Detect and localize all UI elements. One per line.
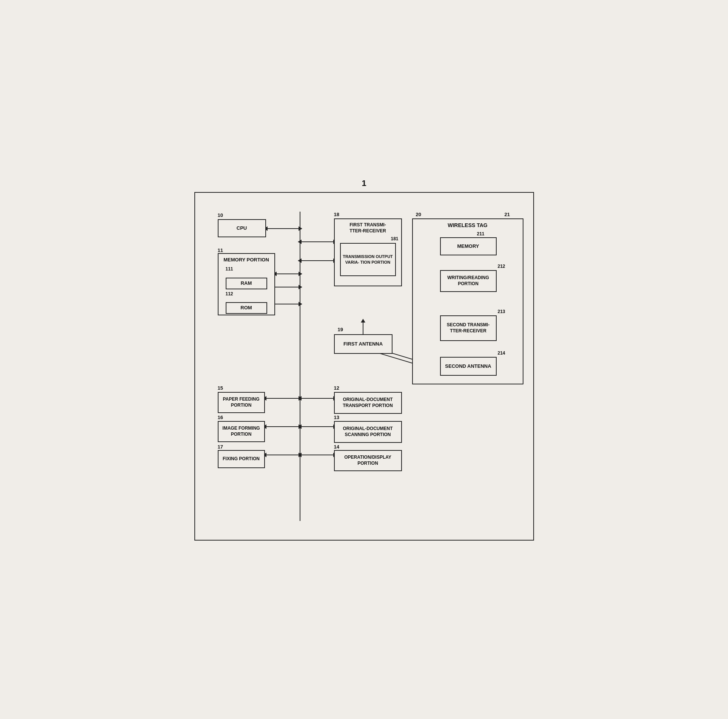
block-memory-wt: MEMORY [440,237,497,255]
label-214: 214 [498,350,505,356]
page-container: 1 [194,178,534,541]
svg-marker-24 [361,319,365,323]
block-second-transmitter: SECOND TRANSMI- TTER-RECEIVER [440,315,497,341]
block-first-transmitter-receiver: FIRST TRANSMI-TTER-RECEIVER 181 TRANSMIS… [334,218,402,286]
block-first-antenna: FIRST ANTENNA [334,334,392,354]
block-writing-reading: WRITING/READING PORTION [440,270,497,292]
block-transmission-output: TRANSMISSION OUTPUT VARIA- TION PORTION [340,243,396,276]
label-20: 20 [416,212,421,217]
block-image-forming: IMAGE FORMING PORTION [218,421,265,442]
outer-box: 10 CPU 11 MEMORY PORTION 111 RAM 112 [194,192,534,541]
svg-marker-8 [299,285,302,289]
block-fixing: FIXING PORTION [218,450,265,468]
block-operation-display: OPERATION/DISPLAY PORTION [334,450,402,471]
memory-portion-label: MEMORY PORTION [223,257,269,263]
block-ram: RAM [226,278,267,289]
label-12: 12 [334,385,339,391]
label-16: 16 [218,415,223,420]
label-21: 21 [505,212,510,217]
label-13: 13 [334,415,339,420]
figure-number: 1 [194,178,534,188]
label-17: 17 [218,444,223,450]
svg-marker-39 [298,424,302,429]
label-14: 14 [334,444,339,450]
label-112: 112 [225,291,233,297]
svg-marker-36 [298,396,302,401]
svg-marker-2 [299,226,302,231]
wireless-tag-outer-box: WIRELESS TAG 211 MEMORY 212 WRITING/READ… [412,218,523,384]
svg-marker-5 [299,272,302,276]
label-212: 212 [498,264,505,269]
label-211: 211 [477,231,485,237]
svg-marker-18 [298,258,302,263]
block-original-doc-transport: ORIGINAL-DOCUMENT TRANSPORT PORTION [334,392,402,414]
diagram: 10 CPU 11 MEMORY PORTION 111 RAM 112 [206,204,522,528]
label-181: 181 [391,236,398,242]
svg-marker-42 [298,453,302,457]
block-second-antenna: SECOND ANTENNA [440,357,497,376]
label-111: 111 [225,266,233,272]
label-11: 11 [218,247,223,253]
label-15: 15 [218,385,223,391]
label-18: 18 [334,212,339,217]
svg-marker-32 [299,453,302,457]
label-19: 19 [338,327,343,332]
block-paper-feeding: PAPER FEEDING PORTION [218,392,265,413]
label-10: 10 [218,212,223,218]
first-tr-label: FIRST TRANSMI-TTER-RECEIVER [349,222,386,234]
wireless-tag-label: WIRELESS TAG [448,222,488,228]
svg-marker-15 [298,240,302,244]
block-cpu: CPU [218,219,266,237]
label-213: 213 [498,309,505,314]
svg-marker-29 [299,424,302,429]
svg-marker-26 [299,396,302,401]
block-rom: ROM [226,302,267,314]
block-memory-portion: MEMORY PORTION 111 RAM 112 ROM [218,253,275,315]
block-original-doc-scanning: ORIGINAL-DOCUMENT SCANNING PORTION [334,421,402,443]
svg-marker-11 [299,302,302,306]
